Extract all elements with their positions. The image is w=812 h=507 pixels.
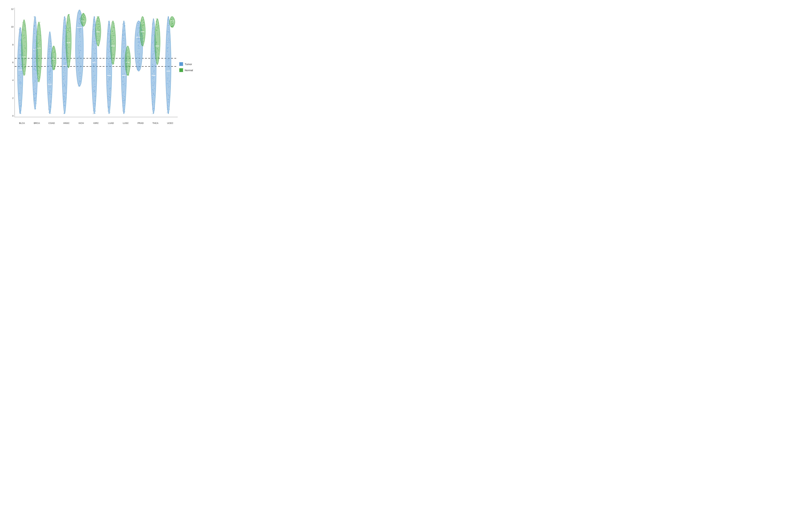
svg-rect-1218	[158, 23, 158, 23]
svg-rect-1036	[139, 65, 140, 65]
svg-rect-1224	[168, 99, 169, 99]
svg-rect-710	[99, 31, 99, 32]
svg-rect-1238	[168, 59, 169, 60]
svg-rect-288	[50, 106, 50, 106]
svg-rect-680	[93, 26, 94, 27]
svg-rect-1330	[171, 21, 171, 21]
svg-rect-623	[94, 79, 94, 80]
svg-rect-665	[95, 34, 96, 35]
svg-rect-322	[49, 53, 49, 54]
svg-rect-716	[99, 26, 100, 26]
svg-rect-574	[82, 18, 83, 18]
svg-rect-216	[39, 48, 40, 49]
svg-rect-609	[83, 18, 83, 19]
svg-rect-111	[24, 51, 24, 52]
svg-rect-886	[123, 100, 123, 101]
legend-color-box	[179, 62, 183, 66]
svg-rect-1203	[158, 28, 158, 29]
svg-rect-136	[34, 62, 34, 63]
svg-rect-1227	[167, 59, 168, 60]
svg-rect-345	[54, 52, 55, 53]
svg-rect-501	[80, 28, 81, 29]
svg-rect-179	[34, 42, 34, 42]
svg-rect-1243	[168, 29, 169, 30]
svg-rect-101	[25, 48, 26, 49]
svg-rect-441	[65, 64, 65, 65]
svg-rect-759	[109, 46, 109, 46]
chart-container: 121086420 BLCABRCACOADHNSCKICHKIRCLUADLU…	[2, 2, 201, 125]
legend-item: Tumor	[179, 62, 192, 66]
svg-rect-194	[34, 48, 35, 49]
svg-rect-500	[79, 53, 79, 54]
svg-rect-850	[113, 54, 114, 55]
svg-rect-278	[48, 57, 49, 57]
svg-rect-906	[123, 51, 124, 52]
svg-rect-1155	[153, 86, 153, 86]
svg-rect-46	[19, 109, 20, 109]
svg-rect-193	[34, 33, 35, 33]
svg-rect-556	[79, 23, 79, 23]
svg-rect-92	[24, 37, 25, 38]
svg-rect-32	[20, 43, 20, 44]
svg-rect-329	[53, 53, 53, 53]
svg-rect-902	[124, 101, 125, 101]
svg-rect-747	[109, 51, 110, 52]
svg-rect-542	[79, 19, 80, 20]
svg-rect-577	[83, 13, 84, 13]
svg-rect-1151	[153, 79, 154, 79]
svg-rect-426	[65, 36, 66, 37]
svg-rect-475	[68, 38, 68, 38]
svg-rect-427	[65, 19, 66, 19]
x-tick-label: LUSC	[118, 122, 133, 124]
svg-rect-827	[113, 62, 113, 62]
svg-rect-1003	[139, 54, 140, 54]
svg-rect-876	[123, 102, 123, 102]
svg-rect-359	[54, 60, 55, 61]
svg-rect-968	[126, 57, 127, 57]
svg-rect-1156	[153, 23, 153, 23]
svg-rect-473	[67, 33, 67, 33]
svg-rect-284	[49, 49, 50, 50]
plot-and-yaxis: 121086420	[9, 6, 179, 122]
svg-rect-204	[35, 40, 35, 40]
svg-rect-552	[79, 63, 80, 64]
svg-rect-1119	[152, 104, 153, 105]
svg-rect-302	[50, 49, 51, 49]
svg-rect-696	[97, 24, 97, 25]
svg-rect-395	[64, 105, 64, 106]
svg-rect-277	[51, 61, 51, 62]
svg-rect-1300	[167, 78, 168, 79]
svg-rect-1084	[143, 36, 143, 36]
svg-rect-719	[97, 20, 97, 21]
svg-rect-640	[95, 41, 95, 41]
svg-rect-217	[38, 33, 38, 34]
svg-rect-1268	[168, 25, 169, 26]
svg-rect-182	[34, 69, 34, 70]
svg-rect-562	[80, 29, 80, 29]
svg-rect-780	[108, 31, 109, 32]
svg-rect-261	[50, 70, 50, 70]
svg-rect-89	[23, 29, 23, 29]
svg-rect-936	[124, 57, 124, 57]
svg-rect-264	[50, 87, 51, 88]
svg-rect-1236	[167, 48, 167, 49]
y-tick-label: 8	[12, 44, 13, 46]
svg-rect-114	[25, 73, 26, 74]
svg-rect-248	[49, 87, 49, 88]
svg-rect-749	[108, 58, 109, 59]
svg-rect-186	[34, 26, 35, 26]
svg-rect-1271	[167, 19, 168, 19]
svg-rect-437	[65, 28, 66, 29]
svg-rect-371	[64, 99, 64, 100]
svg-rect-151	[35, 80, 35, 80]
svg-rect-1311	[171, 26, 171, 27]
svg-rect-687	[93, 90, 94, 90]
svg-rect-213	[37, 81, 38, 82]
svg-rect-953	[128, 56, 128, 56]
svg-rect-140	[34, 74, 34, 74]
svg-rect-298	[49, 74, 50, 75]
svg-rect-814	[108, 50, 109, 50]
svg-rect-412	[64, 113, 64, 113]
y-ticks: 121086420	[9, 6, 14, 122]
svg-rect-375	[65, 93, 66, 93]
